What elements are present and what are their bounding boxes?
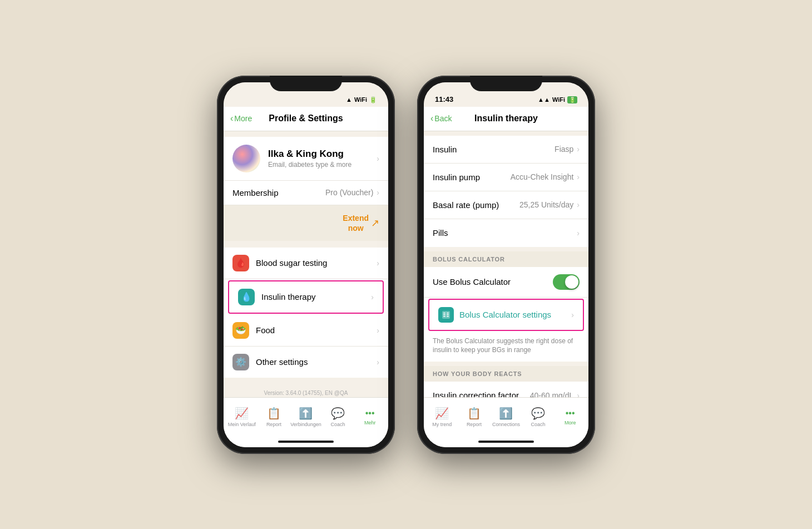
tab-report-1[interactable]: 📋 Report [258, 407, 290, 427]
tab-my-trend[interactable]: 📈 My trend [426, 407, 458, 427]
profile-row[interactable]: Ilka & King Kong Email, diabetes type & … [224, 137, 388, 181]
insulin-section: Insulin Fiasp › Insulin pump Accu-Chek I… [424, 136, 588, 247]
pills-label: Pills [433, 228, 573, 238]
tab-report-label-2: Report [467, 422, 482, 427]
tab-mein-verlauf-label: Mein Verlauf [228, 422, 256, 427]
home-bar-2 [478, 441, 534, 443]
list-item-insulin[interactable]: Insulin Fiasp › [424, 136, 588, 164]
tab-report-2[interactable]: 📋 Report [458, 407, 491, 427]
body-reacts-section: Insulin correction factor 40-60 mg/dL › … [424, 382, 588, 397]
svg-rect-2 [443, 314, 445, 315]
insulin-chevron: › [371, 293, 374, 301]
basal-rate-value: 25,25 Units/day [519, 200, 573, 209]
other-settings-chevron: › [377, 358, 379, 367]
notch [270, 76, 342, 91]
list-item-basal-rate[interactable]: Basal rate (pump) 25,25 Units/day › [424, 191, 588, 219]
list-item-blood-sugar[interactable]: 🩸 Blood sugar testing › [224, 248, 388, 279]
back-label-1[interactable]: More [234, 114, 252, 123]
bolus-section-label: BOLUS CALCULATOR [424, 251, 588, 267]
tab-report-icon-2: 📋 [467, 407, 481, 420]
tab-bar-2: 📈 My trend 📋 Report ⬆️ Connections 💬 Coa… [424, 397, 588, 436]
tab-coach-icon-1: 💬 [331, 407, 345, 420]
version-info: Version: 3.64.0 (14755), EN @QA Last syn… [224, 378, 388, 397]
status-icons-1: ▲ WiFi 🔋 [346, 96, 377, 103]
status-icons-2: ▲▲ WiFi 🔋 [538, 96, 577, 103]
phone-1: ▲ WiFi 🔋 ‹ More Profile & Settings [217, 76, 395, 454]
basal-rate-label: Basal rate (pump) [433, 200, 519, 210]
back-button-1[interactable]: ‹ More [230, 113, 252, 123]
bolus-section: Use Bolus Calculator [424, 267, 588, 362]
bolus-settings-row[interactable]: Bolus Calculator settings › [428, 299, 584, 331]
svg-rect-5 [447, 314, 449, 315]
tab-more-label-2: More [565, 420, 576, 426]
back-button-2[interactable]: ‹ Back [430, 113, 452, 123]
version-line1: Version: 3.64.0 (14755), EN @QA [232, 389, 379, 397]
menu-section: 🩸 Blood sugar testing › 💧 Insulin therap… [224, 248, 388, 378]
correction-factor-value: 40-60 mg/dL [530, 391, 574, 397]
food-chevron: › [377, 326, 379, 335]
profile-sub: Email, diabetes type & more [268, 161, 377, 169]
list-item-insulin-pump[interactable]: Insulin pump Accu-Chek Insight › [424, 164, 588, 191]
use-bolus-label: Use Bolus Calculator [433, 277, 553, 286]
profile-info: Ilka & King Kong Email, diabetes type & … [268, 149, 377, 169]
other-settings-label: Other settings [256, 357, 377, 367]
blood-sugar-chevron: › [377, 259, 379, 268]
tab-more-icon-2: ••• [566, 408, 575, 418]
insulin-row-chevron: › [577, 145, 580, 154]
blood-sugar-label: Blood sugar testing [256, 258, 377, 268]
tab-my-trend-label: My trend [432, 422, 452, 427]
tab-verbindungen[interactable]: ⬆️ Verbindungen [290, 407, 322, 427]
chevron-icon-1: ‹ [230, 113, 233, 123]
correction-factor-chevron: › [577, 391, 580, 397]
membership-chevron: › [377, 188, 379, 197]
tab-mein-verlauf[interactable]: 📈 Mein Verlauf [226, 407, 258, 427]
tab-report-label-1: Report [266, 422, 281, 427]
bolus-settings-label: Bolus Calculator settings [459, 310, 571, 319]
tab-mehr-icon: ••• [365, 408, 375, 418]
list-item-correction-factor[interactable]: Insulin correction factor 40-60 mg/dL › [424, 382, 588, 397]
nav-header-1: ‹ More Profile & Settings [224, 107, 388, 131]
tab-verbindungen-label: Verbindungen [290, 422, 321, 427]
list-item-insulin-therapy[interactable]: 💧 Insulin therapy › [228, 280, 384, 314]
pills-chevron: › [577, 229, 580, 238]
back-label-2[interactable]: Back [434, 114, 452, 123]
list-item-food[interactable]: 🥗 Food › [224, 315, 388, 347]
page-title-1: Profile & Settings [269, 113, 343, 123]
membership-row[interactable]: Membership Pro (Voucher) › [224, 181, 388, 205]
home-indicator-2 [424, 436, 588, 447]
insulin-pump-value: Accu-Chek Insight [511, 172, 574, 181]
tab-more-2[interactable]: ••• More [554, 408, 586, 426]
svg-rect-3 [443, 316, 445, 317]
food-label: Food [256, 325, 377, 335]
bolus-toggle[interactable] [553, 274, 580, 290]
tab-bar-1: 📈 Mein Verlauf 📋 Report ⬆️ Verbindungen … [224, 397, 388, 436]
tab-coach-2[interactable]: 💬 Coach [522, 407, 554, 427]
list-item-other-settings[interactable]: ⚙️ Other settings › [224, 347, 388, 378]
list-item-pills[interactable]: Pills › [424, 219, 588, 247]
tab-report-icon-1: 📋 [267, 407, 281, 420]
correction-factor-label: Insulin correction factor [433, 390, 530, 397]
extend-arrow-icon: ↗ [371, 217, 379, 229]
avatar [232, 145, 260, 172]
use-bolus-row[interactable]: Use Bolus Calculator [424, 267, 588, 298]
svg-rect-4 [447, 313, 449, 314]
tab-mehr[interactable]: ••• Mehr [354, 408, 386, 426]
extend-banner[interactable]: Extendnow ↗ [224, 205, 388, 241]
body-reacts-section-label: HOW YOUR BODY REACTS [424, 366, 588, 382]
tab-connections-label: Connections [492, 422, 520, 427]
tab-connections[interactable]: ⬆️ Connections [490, 407, 522, 427]
insulin-label: Insulin therapy [261, 292, 371, 301]
toggle-thumb [565, 275, 578, 289]
food-icon: 🥗 [232, 322, 249, 339]
basal-rate-chevron: › [577, 200, 580, 209]
bolus-description: The Bolus Calculator suggests the right … [424, 332, 588, 362]
tab-coach-1[interactable]: 💬 Coach [322, 407, 354, 427]
settings-icon: ⚙️ [232, 354, 249, 370]
blood-sugar-icon: 🩸 [232, 255, 249, 271]
insulin-row-label: Insulin [433, 145, 554, 154]
content-1: Ilka & King Kong Email, diabetes type & … [224, 131, 388, 397]
chevron-icon-2: ‹ [430, 113, 433, 123]
phone-2: 11:43 ▲▲ WiFi 🔋 ‹ Back Insulin therapy I… [417, 76, 595, 454]
insulin-pump-label: Insulin pump [433, 172, 511, 182]
page-title-2: Insulin therapy [474, 113, 538, 123]
